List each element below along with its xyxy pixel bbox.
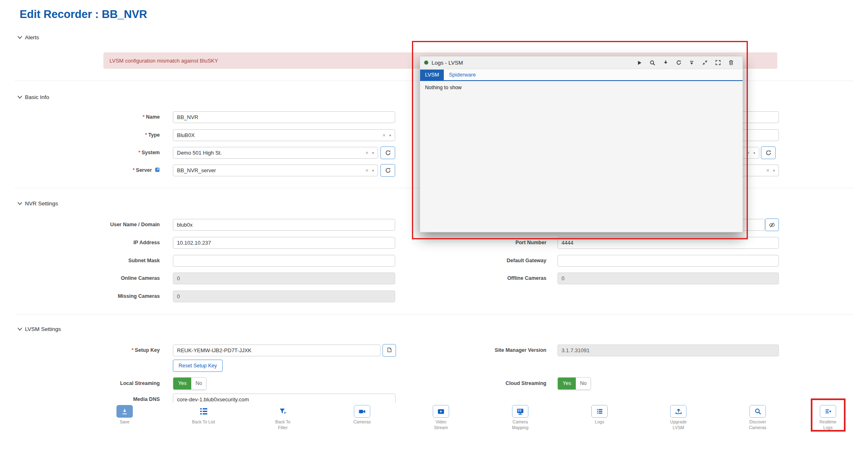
name-input[interactable] — [173, 111, 395, 123]
logs-icon — [596, 407, 604, 415]
logs-button[interactable] — [591, 405, 608, 418]
name-label: *Name — [0, 111, 160, 123]
footer-item-save[interactable]: Save — [104, 405, 145, 425]
logs-dialog-header[interactable]: Logs - LVSM — [420, 56, 743, 69]
discover-cameras-button[interactable] — [749, 405, 766, 418]
logs-dialog-body: Nothing to show — [420, 81, 743, 94]
right-refresh-button[interactable] — [761, 146, 776, 159]
local-streaming-toggle[interactable]: Yes No — [173, 377, 206, 390]
footer-item-discover-cameras[interactable]: Discover Cameras — [737, 405, 778, 430]
cloud-streaming-yes[interactable]: Yes — [558, 378, 576, 389]
clear-icon[interactable]: × — [365, 167, 369, 173]
basic-info-section-header[interactable]: Basic Info — [17, 94, 49, 100]
video-stream-button[interactable] — [433, 405, 449, 418]
refresh-icon — [385, 150, 391, 156]
offline-cameras-input — [557, 272, 779, 284]
save-icon — [121, 408, 128, 415]
required-asterisk: * — [139, 150, 141, 155]
footer-item-label: Save — [112, 419, 137, 425]
username-label: User Name / Domain — [0, 219, 160, 231]
basic-info-section-label: Basic Info — [25, 94, 49, 100]
required-asterisk: * — [143, 114, 145, 120]
external-link-icon[interactable] — [155, 167, 160, 172]
play-icon[interactable] — [636, 59, 643, 66]
reset-setup-key-button[interactable]: Reset Setup Key — [173, 360, 223, 372]
cloud-streaming-toggle[interactable]: Yes No — [557, 377, 591, 390]
cameras-button[interactable] — [354, 405, 370, 418]
back-to-list-icon — [199, 407, 208, 416]
expand-icon[interactable] — [714, 59, 721, 66]
port-number-label: Port Number — [384, 237, 546, 249]
back-to-filter-button[interactable] — [275, 405, 291, 418]
footer-item-label: Upgrade LVSM — [666, 419, 691, 430]
local-streaming-yes[interactable]: Yes — [173, 378, 191, 389]
caret-down-icon[interactable]: ▾ — [773, 169, 775, 173]
download-icon[interactable] — [662, 59, 669, 66]
type-label: *Type — [0, 129, 160, 141]
caret-down-icon[interactable]: ▾ — [372, 169, 374, 173]
footer-item-back-to-list[interactable]: Back To List — [183, 405, 224, 425]
required-asterisk: * — [132, 347, 134, 353]
trash-icon[interactable] — [727, 59, 734, 66]
back-to-list-button[interactable] — [195, 405, 212, 418]
footer-item-label: Realtime Logs — [815, 419, 841, 430]
save-button[interactable] — [116, 405, 133, 418]
scroll-to-bottom-icon[interactable] — [688, 59, 695, 66]
password-visibility-button[interactable] — [765, 218, 779, 231]
type-select[interactable]: BluB0X × ▾ — [173, 129, 395, 141]
caret-down-icon[interactable]: ▾ — [389, 133, 391, 137]
alert-message: LVSM configuration mismatch against BluS… — [110, 58, 218, 64]
caret-down-icon[interactable]: ▾ — [372, 151, 374, 155]
logs-dialog: Logs - LVSM — [420, 56, 743, 232]
default-gateway-label: Default Gateway — [384, 255, 546, 267]
footer-item-upgrade-lvsm[interactable]: Upgrade LVSM — [658, 405, 699, 430]
tab-spiderware[interactable]: Spiderware — [444, 70, 481, 80]
system-refresh-button[interactable] — [380, 146, 395, 159]
type-select-value: BluB0X — [177, 132, 383, 138]
server-refresh-button[interactable] — [380, 164, 395, 177]
clear-icon[interactable]: × — [747, 150, 750, 156]
alerts-section-header[interactable]: Alerts — [17, 34, 39, 40]
system-label: *System — [0, 147, 160, 159]
setup-key-label: *Setup Key — [0, 344, 160, 356]
caret-down-icon[interactable]: ▾ — [753, 151, 755, 155]
chevron-down-icon — [17, 36, 22, 39]
tab-lvsm[interactable]: LVSM — [420, 70, 444, 80]
footer-item-logs[interactable]: Logs — [579, 405, 620, 425]
footer-item-cameras[interactable]: Cameras — [342, 405, 383, 425]
footer-item-label: Camera Mapping — [508, 419, 533, 430]
setup-key-input[interactable] — [173, 344, 380, 356]
clear-icon[interactable]: × — [766, 167, 770, 173]
footer-item-video-stream[interactable]: Video Stream — [421, 405, 461, 430]
username-input[interactable] — [173, 219, 395, 231]
logs-dialog-tabs: LVSM Spiderware — [420, 69, 743, 81]
required-asterisk: * — [145, 132, 147, 138]
system-select[interactable]: Demo 501 High St. × ▾ — [173, 147, 378, 159]
footer-item-camera-mapping[interactable]: Camera Mapping — [500, 405, 541, 430]
ip-address-input[interactable] — [173, 237, 395, 249]
realtime-logs-button[interactable] — [820, 405, 836, 418]
port-number-input[interactable] — [557, 237, 779, 249]
nvr-settings-section-header[interactable]: NVR Settings — [17, 200, 58, 207]
refresh-icon[interactable] — [675, 59, 682, 66]
default-gateway-input[interactable] — [557, 255, 779, 267]
server-select-value: BB_NVR_server — [177, 167, 365, 173]
footer-item-back-to-filter[interactable]: Back To Filter — [262, 405, 303, 430]
chevron-down-icon — [17, 202, 22, 205]
refresh-icon — [765, 150, 772, 156]
upgrade-lvsm-button[interactable] — [670, 405, 687, 418]
subnet-mask-input[interactable] — [173, 255, 395, 267]
clear-icon[interactable]: × — [383, 132, 386, 138]
required-asterisk: * — [133, 167, 135, 173]
server-select[interactable]: BB_NVR_server × ▾ — [173, 164, 378, 176]
camera-mapping-button[interactable] — [512, 405, 528, 418]
local-streaming-no[interactable]: No — [191, 378, 206, 389]
clear-icon[interactable]: × — [365, 150, 369, 156]
status-dot-icon — [424, 61, 428, 65]
cloud-streaming-no[interactable]: No — [576, 378, 591, 389]
site-manager-version-label: Site Manager Version — [384, 344, 546, 356]
lvsm-settings-section-header[interactable]: LVSM Settings — [17, 326, 61, 332]
collapse-icon[interactable] — [701, 59, 708, 66]
search-icon[interactable] — [649, 59, 656, 66]
footer-item-realtime-logs[interactable]: Realtime Logs — [808, 405, 848, 430]
